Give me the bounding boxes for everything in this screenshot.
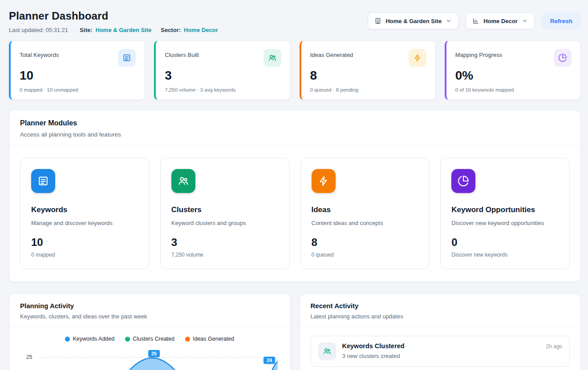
sector-selector-label: Home Decor <box>483 18 518 24</box>
stat-top: Mapping Progress <box>455 49 572 67</box>
planning-activity-title: Planning Activity <box>20 302 280 310</box>
recent-activity-panel: Recent Activity Latest planning actions … <box>300 294 581 370</box>
module-caption: 0 mapped <box>31 252 138 258</box>
document-icon <box>31 169 55 193</box>
point-label: 25 <box>148 350 160 357</box>
module-value: 8 <box>312 236 419 249</box>
legend-label: Clusters Created <box>133 336 174 342</box>
recent-item-description: 3 new clusters created <box>342 353 540 359</box>
recent-item-timestamp: 2h ago <box>546 343 562 350</box>
users-icon <box>264 49 281 67</box>
keywords-added-area-series <box>40 346 278 370</box>
modules-title: Planner Modules <box>20 119 570 127</box>
planner-dashboard-page: Planner Dashboard Last updated: 05:31:21… <box>0 0 588 370</box>
module-value: 3 <box>171 236 279 249</box>
pie-chart-icon <box>554 49 572 67</box>
refresh-button[interactable]: Refresh <box>542 12 581 29</box>
page-title: Planner Dashboard <box>9 10 218 22</box>
users-icon <box>171 169 195 193</box>
recent-activity-subtitle: Latest planning actions and updates <box>311 313 570 320</box>
point-label: 24 <box>264 357 275 364</box>
stat-label: Total Keywords <box>20 52 59 58</box>
module-description: Discover new keyword opportunities <box>451 220 559 226</box>
module-value: 10 <box>31 236 138 249</box>
site-link[interactable]: Home & Garden Site <box>96 27 152 33</box>
stat-caption: 0 mapped · 10 unmapped <box>20 87 136 92</box>
stat-caption: 7,250 volume · 3 avg keywords <box>165 87 281 92</box>
sector-link[interactable]: Home Decor <box>184 27 218 33</box>
recent-activity-item: Keywords Clustered 3 new clusters create… <box>311 336 570 367</box>
chevron-down-icon <box>522 18 528 24</box>
stat-top: Total Keywords <box>20 49 136 67</box>
legend-dot <box>65 337 70 342</box>
site-selector-dropdown[interactable]: Home & Garden Site <box>368 12 458 29</box>
legend-item-keywords-added: Keywords Added <box>65 336 114 342</box>
legend-label: Keywords Added <box>73 336 114 342</box>
site-selector-label: Home & Garden Site <box>385 18 442 24</box>
stat-caption: 0 of 10 keywords mapped <box>455 87 572 92</box>
stat-label: Mapping Progress <box>455 52 503 58</box>
modules-subtitle: Access all planning tools and features <box>20 131 570 138</box>
module-value: 0 <box>451 236 559 249</box>
bar-chart-icon <box>472 17 479 24</box>
module-card-keyword-opportunities[interactable]: Keyword Opportunities Discover new keywo… <box>440 158 570 269</box>
stat-card-total-keywords: Total Keywords 10 0 mapped · 10 unmapped <box>9 40 145 100</box>
building-icon <box>374 17 381 24</box>
module-card-clusters[interactable]: Clusters Keyword clusters and groups 3 7… <box>160 158 290 269</box>
module-caption: 7,250 volume <box>171 252 279 258</box>
stat-card-ideas-generated: Ideas Generated 8 0 queued · 8 pending <box>300 40 436 100</box>
recent-activity-title: Recent Activity <box>311 302 570 310</box>
planning-activity-header: Planning Activity Keywords, clusters, an… <box>9 294 290 327</box>
stat-caption: 0 queued · 8 pending <box>310 87 426 92</box>
recent-activity-header: Recent Activity Latest planning actions … <box>300 294 581 327</box>
module-title: Ideas <box>312 205 419 214</box>
module-description: Keyword clusters and groups <box>171 220 279 226</box>
module-description: Manage and discover keywords <box>31 220 138 226</box>
meta-separator: · <box>73 27 75 33</box>
stat-card-clusters-built: Clusters Built 3 7,250 volume · 3 avg ke… <box>154 40 290 100</box>
stat-value: 0% <box>455 68 572 83</box>
recent-item-body: Keywords Clustered 3 new clusters create… <box>342 342 540 359</box>
module-description: Content ideas and concepts <box>312 220 419 226</box>
meta-line: Last updated: 05:31:21 · Site: Home & Ga… <box>9 27 218 33</box>
site-label: Site: <box>80 27 92 33</box>
lightning-icon <box>409 49 426 67</box>
module-card-ideas[interactable]: Ideas Content ideas and concepts 8 0 que… <box>300 158 430 269</box>
legend-dot <box>185 337 190 342</box>
sector-label: Sector: <box>161 27 181 33</box>
users-icon <box>318 342 336 360</box>
legend-dot <box>125 337 130 342</box>
planning-activity-chart: 25 25 24 <box>20 346 280 370</box>
bottom-row: Planning Activity Keywords, clusters, an… <box>9 294 581 370</box>
document-icon <box>118 49 136 67</box>
legend-item-clusters-created: Clusters Created <box>125 336 174 342</box>
lightning-icon <box>312 169 336 193</box>
module-caption: 0 queued <box>312 252 419 258</box>
planner-modules-section: Planner Modules Access all planning tool… <box>9 110 581 282</box>
legend-item-ideas-generated: Ideas Generated <box>185 336 234 342</box>
legend-label: Ideas Generated <box>193 336 234 342</box>
module-title: Keyword Opportunities <box>451 205 559 214</box>
module-caption: Discover new keywords <box>451 252 559 258</box>
module-card-keywords[interactable]: Keywords Manage and discover keywords 10… <box>20 158 150 269</box>
sector-selector-dropdown[interactable]: Home Decor <box>466 12 535 29</box>
stat-value: 3 <box>165 68 281 83</box>
topbar-controls: Home & Garden Site Home Decor Refresh <box>368 12 581 29</box>
modules-header: Planner Modules Access all planning tool… <box>9 110 580 145</box>
modules-grid: Keywords Manage and discover keywords 10… <box>9 145 580 282</box>
topbar: Planner Dashboard Last updated: 05:31:21… <box>9 6 581 33</box>
pie-chart-icon <box>451 169 475 193</box>
stat-label: Clusters Built <box>165 52 199 58</box>
planning-activity-body: Keywords Added Clusters Created Ideas Ge… <box>9 336 290 370</box>
recent-item-title: Keywords Clustered <box>342 342 540 350</box>
y-axis-tick: 25 <box>26 354 32 360</box>
chevron-down-icon <box>446 18 452 24</box>
last-updated-text: Last updated: 05:31:21 <box>9 27 68 33</box>
chart-legend: Keywords Added Clusters Created Ideas Ge… <box>20 336 280 342</box>
recent-activity-list: Keywords Clustered 3 new clusters create… <box>300 327 581 370</box>
stat-value: 10 <box>20 68 136 83</box>
planning-activity-panel: Planning Activity Keywords, clusters, an… <box>9 294 291 370</box>
module-title: Clusters <box>171 205 279 214</box>
stats-row: Total Keywords 10 0 mapped · 10 unmapped… <box>9 40 581 100</box>
stat-label: Ideas Generated <box>310 52 353 58</box>
